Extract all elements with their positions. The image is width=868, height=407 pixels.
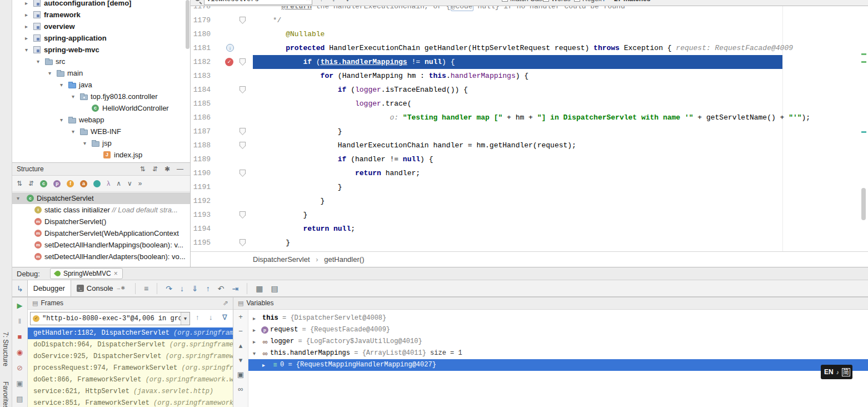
regex-checkbox[interactable]	[574, 0, 580, 2]
chevron-icon[interactable]: ▾	[253, 348, 260, 359]
tree-row[interactable]: ▾top.fjy8018.controller	[12, 91, 190, 102]
chevron-icon[interactable]: ▾	[60, 79, 67, 91]
editor-scrollbar[interactable]: ✓	[859, 0, 868, 251]
evaluate-expression-icon[interactable]: ▦	[256, 284, 263, 293]
tree-row[interactable]: ▸autoconfiguration [demo]	[12, 0, 190, 9]
scrollbar-thumb[interactable]	[861, 188, 866, 220]
code-line[interactable]: 1193}	[191, 208, 868, 222]
move-down-icon[interactable]: ▾	[233, 353, 248, 368]
tree-row[interactable]: ▸spring-application	[12, 32, 190, 44]
structure-stripe-button[interactable]: 7: Structure	[2, 332, 9, 366]
code-line[interactable]: 1186o: "Testing handler map [" + hm + "]…	[191, 111, 868, 125]
scroll-up-icon[interactable]: ∧	[116, 180, 121, 187]
frame-row[interactable]: getHandler:1182, DispatcherServlet (org.…	[28, 327, 233, 339]
next-match-icon[interactable]: ↓	[332, 0, 336, 3]
match-case-checkbox[interactable]	[502, 0, 508, 2]
frame-row[interactable]: service:621, HttpServlet (javax.servlet.…	[28, 386, 233, 398]
hide-icon[interactable]: —	[177, 163, 183, 175]
collapse-all-icon[interactable]: ⇵	[152, 163, 158, 175]
chevron-icon[interactable]: ▸	[25, 21, 32, 32]
line-number[interactable]: 1192	[191, 194, 211, 208]
scrollbar-thumb[interactable]	[186, 0, 189, 49]
variable-row[interactable]: ▸≡0 = {RequestMappingHandlerMapping@4027…	[248, 359, 868, 371]
dropdown-arrow-icon[interactable]: ▾	[181, 312, 189, 325]
pause-icon[interactable]: ‖	[12, 314, 27, 329]
step-into-icon[interactable]: ↓	[180, 284, 184, 293]
thread-dump-icon[interactable]: ▣	[12, 376, 27, 391]
code-line[interactable]: 1184if (logger.isTraceEnabled()) {	[191, 83, 868, 97]
chevron-icon[interactable]: ▸	[262, 359, 269, 371]
line-number[interactable]: 1189	[191, 152, 211, 166]
hide-frames-filter-icon[interactable]: ∇	[222, 313, 227, 321]
scroll-down-icon[interactable]: ∨	[127, 180, 132, 187]
chevron-icon[interactable]: ▸	[253, 336, 260, 348]
line-number[interactable]: 1195	[191, 236, 211, 250]
tree-row[interactable]: ▸overview	[12, 21, 190, 32]
line-number[interactable]: 1186	[191, 111, 211, 125]
code-line[interactable]: 1195}	[191, 236, 868, 250]
chevron-icon[interactable]: ▸	[25, 0, 32, 9]
code-line[interactable]: 1187}	[191, 125, 868, 138]
chevron-icon[interactable]: ▾	[48, 67, 55, 79]
chevron-icon[interactable]: ▾	[72, 126, 78, 137]
code-line[interactable]: 1183for (HandlerMapping hm : this.handle…	[191, 69, 868, 83]
tab-console[interactable]: ›_ Console →✱	[71, 280, 131, 296]
run-to-cursor-icon[interactable]: ⇥	[232, 284, 238, 293]
tree-row[interactable]: ▾webapp	[12, 114, 190, 126]
breadcrumb-class[interactable]: DispatcherServlet	[253, 255, 310, 264]
structure-row[interactable]: msetDetectAllHandlerMappings(boolean): v…	[12, 239, 190, 251]
tree-row[interactable]: ▾jsp	[12, 137, 190, 149]
regex-option[interactable]: Regex	[574, 0, 602, 3]
move-up-icon[interactable]: ▴	[233, 339, 248, 353]
match-case-option[interactable]: Match Case	[502, 0, 546, 3]
line-number[interactable]: 1193	[191, 208, 211, 222]
more-icon[interactable]: »	[138, 180, 142, 187]
variable-row[interactable]: ▸this = {DispatcherServlet@4008}	[248, 312, 868, 324]
lambda-icon[interactable]: λ	[107, 180, 110, 187]
line-number[interactable]: 1181	[191, 41, 211, 55]
debug-session-tab[interactable]: SpringWebMVC ×	[50, 268, 123, 279]
show-annotations-icon[interactable]: a	[80, 180, 87, 187]
tree-row[interactable]: ▸framework	[12, 9, 190, 21]
code-line[interactable]: 1179*/	[191, 13, 868, 27]
chevron-icon[interactable]: ▾	[37, 56, 43, 67]
line-number[interactable]: 1179	[191, 13, 211, 27]
code-line[interactable]: 1190return handler;	[191, 166, 868, 180]
chevron-icon[interactable]: ▸	[253, 324, 260, 336]
line-number[interactable]: 1184	[191, 83, 211, 97]
view-breakpoints-icon[interactable]: ◉	[12, 345, 27, 360]
structure-row[interactable]: ▾cDispatcherServlet	[12, 192, 190, 204]
remove-watch-icon[interactable]: −	[233, 324, 248, 339]
frame-row[interactable]: doDispatch:964, DispatcherServlet (org.s…	[28, 339, 233, 351]
close-tab-icon[interactable]: ×	[114, 270, 118, 277]
previous-frame-icon[interactable]: ↑	[196, 313, 199, 321]
frame-row[interactable]: doGet:866, FrameworkServlet (org.springf…	[28, 374, 233, 386]
chevron-icon[interactable]: ▾	[83, 137, 90, 149]
show-properties-icon[interactable]: p	[53, 180, 61, 187]
tree-row[interactable]: ▾main	[12, 67, 190, 79]
settings-menu-icon[interactable]: ≡	[144, 284, 148, 293]
frame-row[interactable]: service:851, FrameworkServlet (org.sprin…	[28, 398, 233, 407]
structure-row[interactable]: msetDetectAllHandlerAdapters(boolean): v…	[12, 251, 190, 262]
line-number[interactable]: 1180	[191, 27, 211, 41]
chevron-icon[interactable]: ▸	[253, 312, 260, 324]
drop-frame-icon[interactable]: ↶	[218, 284, 225, 293]
code-line[interactable]: 1180@Nullable	[191, 27, 868, 41]
structure-row[interactable]: mDispatcherServlet(WebApplicationContext	[12, 227, 190, 239]
code-editor[interactable]: 1178* @return the HandlerExecutionChain,…	[191, 0, 868, 267]
breadcrumb-method[interactable]: getHandler()	[324, 255, 364, 264]
chevron-icon[interactable]: ▾	[25, 44, 32, 56]
mute-breakpoints-icon[interactable]: ⊘	[12, 361, 27, 375]
sort-visibility-icon[interactable]: ⇵	[28, 180, 34, 187]
code-line[interactable]: 1191}	[191, 180, 868, 194]
layout-settings-icon[interactable]: ▤	[271, 284, 278, 293]
code-line[interactable]: 1182✓if (this.handlerMappings != null) {	[191, 55, 868, 69]
structure-row[interactable]: istatic class initializer // Load defaul…	[12, 204, 190, 216]
line-number[interactable]: 1182	[191, 55, 211, 69]
structure-row[interactable]: mDispatcherServlet()	[12, 216, 190, 227]
tree-row[interactable]: ▾java	[12, 79, 190, 91]
chevron-icon[interactable]: ▾	[72, 91, 78, 102]
sort-alpha-icon[interactable]: ⇅	[17, 180, 22, 187]
code-line[interactable]: 1188HandlerExecutionChain handler = hm.g…	[191, 138, 868, 152]
tree-row[interactable]: ▾src	[12, 56, 190, 67]
